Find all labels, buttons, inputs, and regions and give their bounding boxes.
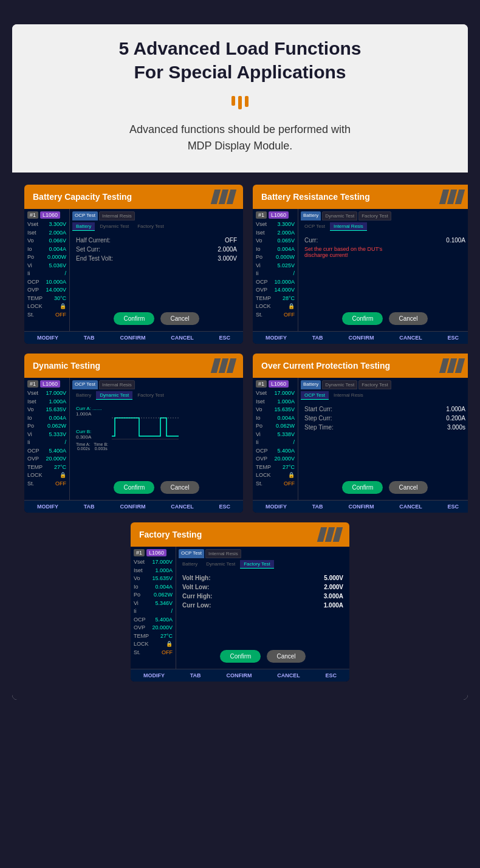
confirm-button-4[interactable]: Confirm [342, 481, 383, 494]
p4-vo: Vo15.635V [256, 406, 295, 414]
left-panel-4: #1 L1060 Vset17.000V Iset1.000A Vo15.635… [253, 378, 298, 500]
row-2: Dynamic Testing #1 L1060 [24, 354, 456, 513]
confirm-button-5[interactable]: Confirm [220, 650, 261, 663]
subtab3-battery[interactable]: Battery [72, 391, 95, 400]
confirm-button[interactable]: Confirm [114, 312, 154, 325]
tab4-dynamic[interactable]: Dynamic Test [322, 380, 357, 389]
tab3-ocp[interactable]: OCP Test [72, 380, 98, 389]
subtab5-battery[interactable]: Battery [179, 560, 201, 569]
btn5-esc[interactable]: ESC [322, 671, 341, 680]
btn2-esc[interactable]: ESC [444, 333, 463, 342]
header-stripes-2 [441, 190, 463, 204]
btn5-confirm[interactable]: CONFIRM [222, 671, 255, 680]
tab-internal[interactable]: Internal Resis [99, 211, 135, 220]
btn3-confirm[interactable]: CONFIRM [116, 502, 149, 511]
param-vi: Vi5.036V [27, 262, 66, 270]
tab2-dynamic[interactable]: Dynamic Test [322, 211, 357, 220]
page-title: 5 Advanced Load Functions For Special Ap… [36, 36, 444, 84]
subtab2-internal[interactable]: Internal Resis [330, 222, 367, 231]
btn-confirm-bar[interactable]: CONFIRM [116, 333, 149, 342]
tab4-factory[interactable]: Factory Test [358, 380, 391, 389]
subtab5-dynamic[interactable]: Dynamic Test [202, 560, 239, 569]
cancel-button-2[interactable]: Cancel [389, 312, 427, 325]
subtab-dynamic[interactable]: Dynamic Test [96, 222, 132, 231]
btn2-modify[interactable]: MODIFY [262, 333, 290, 342]
p3-ii: Ii/ [27, 439, 66, 447]
p4-lock: LOCK🔒 [256, 471, 295, 480]
p3-ovp: OVP20.000V [27, 455, 66, 463]
ocp-testing-card: Over Current Protection Testing #1 L1060 [253, 354, 468, 513]
device-screen: #1 L1060 Vset3.300V Iset2.000A Vo0.066V … [24, 209, 243, 331]
btn5-tab[interactable]: TAB [187, 671, 205, 680]
btn3-tab[interactable]: TAB [80, 502, 98, 511]
p3-vset: Vset17.000V [27, 389, 66, 398]
subtab3-factory[interactable]: Factory Test [134, 391, 167, 400]
btn3-modify[interactable]: MODIFY [33, 502, 62, 511]
tab-ocp[interactable]: OCP Test [72, 211, 98, 220]
field-start-curr: Start Curr: 1.000A [304, 406, 465, 412]
p3-vi: Vi5.333V [27, 431, 66, 439]
battery-resistance-title: Battery Resistance Testing [261, 192, 370, 202]
field-curr-high: Curr High: 3.000A [182, 593, 343, 600]
cancel-button-4[interactable]: Cancel [389, 481, 427, 494]
right-panel-2: Battery Dynamic Test Factory Test OCP Te… [298, 209, 468, 331]
left-panel-5: #1 L1060 Vset17.000V Iset1.000A Vo15.635… [131, 547, 176, 669]
ocp-testing-screen: #1 L1060 Vset17.000V Iset1.000A Vo15.635… [253, 378, 468, 513]
p4-iset: Iset1.000A [256, 398, 295, 406]
subtab3-dynamic[interactable]: Dynamic Test [96, 391, 132, 400]
btn-cancel-bar[interactable]: CANCEL [167, 333, 197, 342]
device-screen-5: #1 L1060 Vset17.000V Iset1.000A Vo15.635… [131, 547, 349, 669]
top-section: 5 Advanced Load Functions For Special Ap… [12, 24, 468, 173]
subtab-factory[interactable]: Factory Test [134, 222, 167, 231]
btn2-cancel[interactable]: CANCEL [396, 333, 426, 342]
subtab5-factory[interactable]: Factory Test [240, 560, 273, 569]
subtab4-ocp[interactable]: OCP Test [301, 391, 329, 400]
btn-esc[interactable]: ESC [216, 333, 235, 342]
btn5-modify[interactable]: MODIFY [140, 671, 168, 680]
row-3: Factory Testing #1 L1060 [24, 522, 456, 682]
tab5-ocp[interactable]: OCP Test [179, 549, 204, 558]
btn2-confirm[interactable]: CONFIRM [345, 333, 377, 342]
cards-area: Battery Capacity Testing #1 L1060 [12, 173, 468, 700]
cancel-button-5[interactable]: Cancel [267, 650, 305, 663]
subtab-battery[interactable]: Battery [72, 222, 95, 231]
p4-ocp: OCP5.400A [256, 447, 295, 456]
device-screen-3: #1 L1060 Vset17.000V Iset1.000A Vo15.635… [24, 378, 243, 500]
btn2-tab[interactable]: TAB [309, 333, 327, 342]
p4-vi: Vi5.338V [256, 431, 295, 439]
device-id-row: #1 L1060 [27, 211, 66, 219]
confirm-button-2[interactable]: Confirm [342, 312, 383, 325]
p3-vo: Vo15.635V [27, 406, 66, 414]
cancel-button-3[interactable]: Cancel [160, 481, 199, 494]
btn-modify[interactable]: MODIFY [33, 333, 62, 342]
btn3-cancel[interactable]: CANCEL [167, 502, 197, 511]
tab3-internal[interactable]: Internal Resis [99, 380, 135, 389]
tab5-internal[interactable]: Internal Resis [205, 549, 241, 558]
btn5-cancel[interactable]: CANCEL [273, 671, 304, 680]
btn4-tab[interactable]: TAB [309, 502, 327, 511]
p4-vset: Vset17.000V [256, 389, 295, 398]
button-row-4: Confirm Cancel [301, 481, 468, 497]
cancel-button[interactable]: Cancel [160, 312, 199, 325]
param-iset: Iset2.000A [27, 229, 66, 238]
btn4-confirm[interactable]: CONFIRM [345, 502, 377, 511]
btn3-esc[interactable]: ESC [216, 502, 235, 511]
tab4-battery[interactable]: Battery [301, 380, 321, 389]
p4-ii: Ii/ [256, 439, 295, 447]
subtab4-internal[interactable]: Internal Resis [330, 391, 367, 400]
btn4-cancel[interactable]: CANCEL [396, 502, 426, 511]
confirm-button-3[interactable]: Confirm [114, 481, 154, 494]
battery-capacity-title: Battery Capacity Testing [33, 192, 132, 202]
header-stripes-5 [319, 527, 341, 542]
btn4-esc[interactable]: ESC [444, 502, 463, 511]
left-panel: #1 L1060 Vset3.300V Iset2.000A Vo0.066V … [24, 209, 70, 331]
p2-ocp: OCP10.000A [256, 278, 295, 287]
btn4-modify[interactable]: MODIFY [262, 502, 290, 511]
btn-tab[interactable]: TAB [80, 333, 98, 342]
bar-3 [245, 96, 249, 107]
subtab2-ocp[interactable]: OCP Test [301, 222, 329, 231]
tab2-factory[interactable]: Factory Test [358, 211, 391, 220]
p3-lock: LOCK🔒 [27, 471, 66, 480]
dynamic-testing-screen: #1 L1060 Vset17.000V Iset1.000A Vo15.635… [24, 378, 243, 513]
tab2-battery[interactable]: Battery [301, 211, 321, 220]
